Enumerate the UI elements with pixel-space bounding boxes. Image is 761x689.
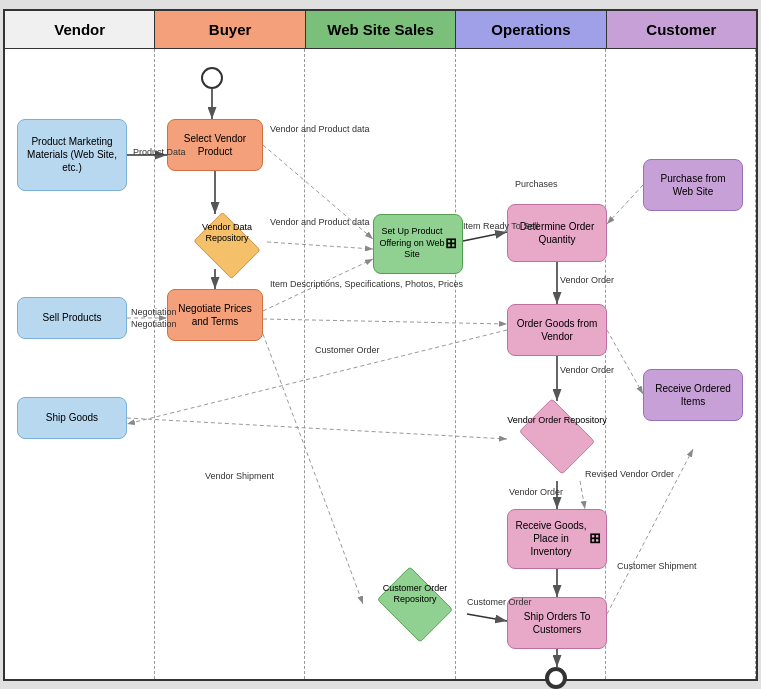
label-vendor-order-1: Vendor Order [560,275,614,285]
label-vendor-shipment: Vendor Shipment [205,471,274,481]
node-negotiate-prices: Negotiate Prices and Terms [167,289,263,341]
header-buyer: Buyer [155,11,305,48]
end-circle [545,667,567,689]
node-purchase-web: Purchase from Web Site [643,159,743,211]
label-product-data: Product Data [133,147,186,157]
swim-lanes: Product Marketing Materials (Web Site, e… [5,49,756,679]
node-order-goods: Order Goods from Vendor [507,304,607,356]
label-negotiation-2: Negotiation [131,319,177,329]
label-revised-vendor-order: Revised Vendor Order [585,469,674,479]
setup-plus: ⊞ [445,234,457,252]
label-vendor-product-data-1: Vendor and Product data [270,124,370,134]
node-setup-product: Set Up Product Offering on Web Site ⊞ [373,214,463,274]
label-item-descriptions: Item Descriptions, Specifications, Photo… [270,279,463,289]
lane-operations [456,49,606,679]
label-negotiation-1: Negotiation [131,307,177,317]
node-receive-goods: Receive Goods, Place in Inventory ⊞ [507,509,607,569]
header-operations: Operations [456,11,606,48]
label-customer-shipment: Customer Shipment [617,561,697,571]
label-vendor-order-3: Vendor Order [509,487,563,497]
node-customer-order-repo: Customer Order Repository [363,569,467,649]
diagram-container: Vendor Buyer Web Site Sales Operations C… [3,9,758,681]
label-item-ready: Item Ready To Sell [463,221,538,231]
header-row: Vendor Buyer Web Site Sales Operations C… [5,11,756,49]
label-purchases: Purchases [515,179,558,189]
header-customer: Customer [607,11,756,48]
node-ship-goods: Ship Goods [17,397,127,439]
label-customer-order: Customer Order [315,345,380,355]
node-determine-order: Determine Order Quantity [507,204,607,262]
node-sell-products: Sell Products [17,297,127,339]
node-receive-ordered: Receive Ordered Items [643,369,743,421]
node-product-marketing: Product Marketing Materials (Web Site, e… [17,119,127,191]
lane-customer [606,49,756,679]
receive-plus: ⊞ [589,529,601,547]
label-vendor-order-2: Vendor Order [560,365,614,375]
label-customer-order-arrow: Customer Order [467,597,532,607]
header-vendor: Vendor [5,11,155,48]
node-vendor-data-repo: Vendor Data Repository [187,214,267,274]
node-select-vendor: Select Vendor Product [167,119,263,171]
start-circle [201,67,223,89]
label-vendor-product-data-2: Vendor and Product data [270,217,370,227]
header-websales: Web Site Sales [306,11,456,48]
